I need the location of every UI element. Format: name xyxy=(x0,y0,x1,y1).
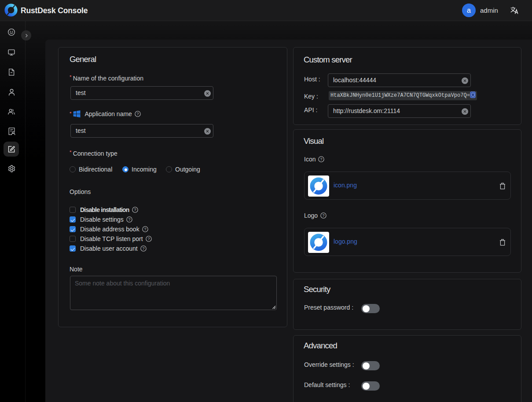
svg-text:?: ? xyxy=(320,157,323,161)
svg-text:?: ? xyxy=(142,246,144,251)
svg-text:?: ? xyxy=(136,112,139,116)
svg-text:?: ? xyxy=(128,217,130,222)
svg-text:?: ? xyxy=(147,237,150,241)
svg-text:?: ? xyxy=(134,208,136,212)
svg-text:?: ? xyxy=(144,227,146,231)
svg-text:?: ? xyxy=(323,213,325,218)
